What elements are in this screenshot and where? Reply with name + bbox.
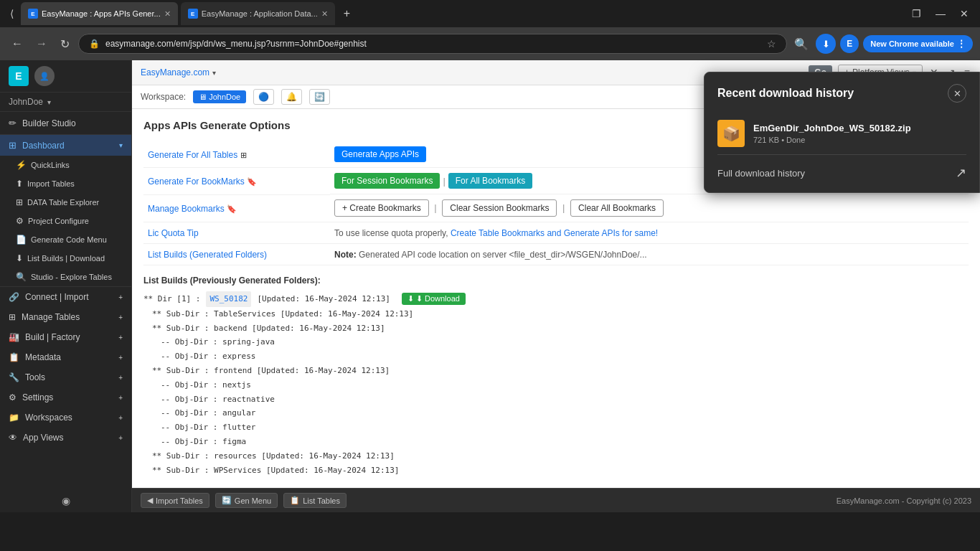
nav-back-button[interactable]: ← xyxy=(7,34,27,53)
new-chrome-button[interactable]: New Chrome available ⋮ xyxy=(863,35,973,52)
sidebar-item-dashboard[interactable]: ⊞ Dashboard ▾ xyxy=(0,135,131,156)
table-row-lic-quota: Lic Quota Tip To use license quota prope… xyxy=(143,222,969,244)
nav-reload-button[interactable]: ↻ xyxy=(56,34,74,54)
sidebar-item-build-factory[interactable]: 🏭 Build | Factory + xyxy=(0,327,131,347)
sidebar-label-quicklinks: QuickLinks xyxy=(31,161,70,169)
sidebar-bottom-icon[interactable]: ◉ xyxy=(0,489,131,512)
manage-tables-expand: + xyxy=(118,314,123,321)
sidebar-label-import-tables: Import Tables xyxy=(27,179,75,188)
settings-expand: + xyxy=(118,394,123,402)
settings-icon: ⚙ xyxy=(9,392,17,402)
tab1-close[interactable]: ✕ xyxy=(164,9,171,19)
for-all-bookmarks-button[interactable]: For All Bookmarks xyxy=(448,173,532,189)
bottom-gen-menu-button[interactable]: 🔄 Gen Menu xyxy=(215,493,278,508)
app-views-expand: + xyxy=(118,434,123,442)
url-text: easymanage.com/em/jsp/dn/ws_menu.jsp?usr… xyxy=(105,39,761,49)
bottom-list-icon: 📋 xyxy=(290,496,300,505)
address-secure-icon: 🔒 xyxy=(89,39,100,49)
sidebar-sub-project-configure[interactable]: ⚙ Project Configure xyxy=(0,212,131,230)
download-meta: 721 KB • Done xyxy=(753,136,966,144)
ws-icon-btn-2[interactable]: 🔔 xyxy=(281,89,302,105)
new-chrome-options-icon: ⋮ xyxy=(957,39,966,49)
address-bar[interactable]: 🔒 easymanage.com/em/jsp/dn/ws_menu.jsp?u… xyxy=(78,34,787,54)
folder-row-1: ** Sub-Dir : TableServices [Updated: 16-… xyxy=(143,307,969,321)
sidebar-item-app-views[interactable]: 👁 App Views + xyxy=(0,428,131,448)
metadata-icon: 📋 xyxy=(9,352,19,362)
for-session-bookmarks-button[interactable]: For Session Bookmarks xyxy=(334,173,440,189)
create-bookmarks-button[interactable]: + Create Bookmarks xyxy=(334,199,429,217)
ws-icon-btn-1[interactable]: 🔵 xyxy=(253,89,274,105)
folder-row-4: -- Obj-Dir : express xyxy=(143,349,969,364)
sidebar-item-tools[interactable]: 🔧 Tools + xyxy=(0,367,131,387)
dir-link[interactable]: WS_50182 xyxy=(206,291,251,307)
browser-tab-2[interactable]: E EasyManage : Application Data... ✕ xyxy=(181,2,335,25)
sidebar-item-manage-tables[interactable]: ⊞ Manage Tables + xyxy=(0,307,131,327)
sidebar-sub-studio-explore[interactable]: 🔍 Studio - Explore Tables xyxy=(0,268,131,286)
nav-forward-button[interactable]: → xyxy=(32,34,52,53)
sidebar-sub-list-builds[interactable]: ⬇ List Builds | Download xyxy=(0,249,131,268)
lic-quota-label[interactable]: Lic Quota Tip xyxy=(148,228,199,238)
sidebar-avatar: 👤 xyxy=(34,66,55,86)
gen-bookmarks-icon: 🔖 xyxy=(247,177,257,186)
bookmark-icon[interactable]: ☆ xyxy=(767,38,776,50)
bottom-import-tables-button[interactable]: ◀ Import Tables xyxy=(141,493,209,508)
restore-button[interactable]: ❐ xyxy=(906,5,927,22)
clear-session-bookmarks-button[interactable]: Clear Session Bookmarks xyxy=(442,199,557,217)
sidebar-header: E 👤 xyxy=(0,60,131,93)
generate-apps-apis-button[interactable]: Generate Apps APIs xyxy=(334,146,426,162)
sidebar-item-connect-import[interactable]: 🔗 Connect | Import + xyxy=(0,287,131,307)
tab2-favicon: E xyxy=(188,9,198,19)
workspace-label: Workspace: xyxy=(141,92,186,102)
sidebar-item-settings[interactable]: ⚙ Settings + xyxy=(0,387,131,408)
new-tab-button[interactable]: + xyxy=(338,4,356,23)
sidebar-label-builder-studio: Builder Studio xyxy=(22,118,76,128)
gen-all-label[interactable]: Generate For All Tables xyxy=(148,150,240,160)
bottom-gen-icon: 🔄 xyxy=(222,496,232,505)
sidebar-sub-data-table-explorer[interactable]: ⊞ DATA Table Explorer xyxy=(0,193,131,212)
gen-bookmarks-label[interactable]: Generate For BookMarks xyxy=(148,176,247,187)
sidebar-label-project-configure: Project Configure xyxy=(28,217,89,225)
workspaces-icon: 📁 xyxy=(9,413,19,423)
folder-row-5: ** Sub-Dir : frontend [Updated: 16-May-2… xyxy=(143,364,969,378)
sidebar-sub-import-tables[interactable]: ⬆ Import Tables xyxy=(0,174,131,193)
profile-button[interactable]: E xyxy=(840,34,859,53)
sidebar-item-builder-studio[interactable]: ✏ Builder Studio xyxy=(0,112,131,135)
download-indicator-button[interactable]: ⬇ xyxy=(816,34,836,54)
gen-all-icon: ⊞ xyxy=(240,151,247,159)
download-filename[interactable]: EmGenDir_JohnDoe_WS_50182.zip xyxy=(753,123,966,133)
sidebar-item-workspaces[interactable]: 📁 Workspaces + xyxy=(0,408,131,428)
download-dir-button[interactable]: ⬇ ⬇ Download xyxy=(402,293,466,305)
builder-studio-icon: ✏ xyxy=(9,118,17,128)
metadata-expand: + xyxy=(118,354,123,362)
manage-bookmarks-icon: 🔖 xyxy=(227,204,237,213)
clear-all-bookmarks-button[interactable]: Clear All Bookmarks xyxy=(570,199,664,217)
tab2-close[interactable]: ✕ xyxy=(321,9,328,19)
sidebar-user[interactable]: JohnDoe ▾ xyxy=(0,93,131,112)
popup-close-button[interactable]: ✕ xyxy=(948,84,966,103)
manage-bookmarks-label[interactable]: Manage Bookmarks xyxy=(148,204,227,214)
minimize-button[interactable]: — xyxy=(930,5,951,22)
sidebar-label-metadata: Metadata xyxy=(25,352,61,362)
full-history-link[interactable]: Full download history xyxy=(717,168,805,179)
lic-quota-link[interactable]: Create Table Bookmarks and Generate APIs… xyxy=(451,228,658,238)
browser-tab-1[interactable]: E EasyManage : Apps APIs Gener... ✕ xyxy=(21,2,178,25)
sidebar-label-generate-code-menu: Generate Code Menu xyxy=(31,235,107,244)
sidebar-label-settings: Settings xyxy=(22,392,53,402)
build-factory-expand: + xyxy=(118,334,123,342)
external-link-icon[interactable]: ↗ xyxy=(956,165,966,181)
sidebar-sub-quicklinks[interactable]: ⚡ QuickLinks xyxy=(0,156,131,174)
history-back-btn[interactable]: ⟨ xyxy=(6,5,18,22)
download-popup: Recent download history ✕ 📦 EmGenDir_Joh… xyxy=(704,72,980,193)
search-button[interactable]: 🔍 xyxy=(791,34,811,54)
tools-expand: + xyxy=(118,374,123,382)
download-item-info: EmGenDir_JohnDoe_WS_50182.zip 721 KB • D… xyxy=(753,123,966,144)
close-window-button[interactable]: ✕ xyxy=(954,5,974,22)
breadcrumb-site-link[interactable]: EasyManage.com xyxy=(141,67,209,77)
workspace-name-button[interactable]: 🖥 JohnDoe xyxy=(193,90,246,103)
folder-row-9: -- Obj-Dir : flutter xyxy=(143,420,969,435)
bottom-list-tables-button[interactable]: 📋 List Tables xyxy=(283,493,347,508)
sidebar-sub-generate-code-menu[interactable]: 📄 Generate Code Menu xyxy=(0,230,131,249)
list-builds-label[interactable]: List Builds (Generated Folders) xyxy=(148,250,267,260)
ws-icon-btn-3[interactable]: 🔄 xyxy=(309,89,330,105)
sidebar-item-metadata[interactable]: 📋 Metadata + xyxy=(0,347,131,367)
